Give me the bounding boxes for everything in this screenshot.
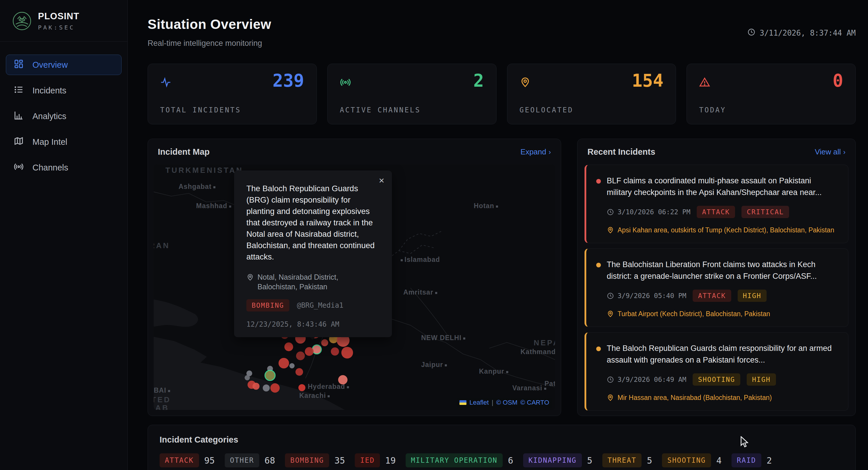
- sidebar-item-analytics[interactable]: Analytics: [6, 106, 122, 126]
- stat-label: GEOLOCATED: [520, 106, 574, 114]
- recent-panel-header: Recent Incidents View all›: [578, 139, 856, 163]
- category-count: 2: [767, 456, 772, 466]
- incident-marker[interactable]: [341, 347, 353, 359]
- categories-row: ATTACK 95 OTHER 68 BOMBING 35 IED 19 MIL…: [148, 445, 856, 467]
- brand: PLOSINT PAK:SEC: [0, 0, 127, 40]
- sidebar-item-map-intel[interactable]: Map Intel: [6, 132, 122, 152]
- sidebar-item-label: Map Intel: [32, 137, 67, 147]
- incident-marker[interactable]: [279, 358, 289, 368]
- incident-title: The Balochistan Liberation Front claims …: [607, 259, 838, 282]
- bar-chart-icon: [14, 110, 24, 122]
- map-pin-icon: [246, 272, 254, 292]
- stat-card-active-channels: 2 ACTIVE CHANNELS: [327, 64, 497, 124]
- sidebar-item-incidents[interactable]: Incidents: [6, 80, 122, 101]
- expand-button[interactable]: Expand›: [521, 147, 551, 157]
- category-count: 5: [647, 456, 652, 466]
- view-all-button[interactable]: View all›: [815, 147, 845, 157]
- leaflet-link[interactable]: Leaflet: [469, 399, 489, 406]
- sidebar-item-overview[interactable]: Overview: [6, 55, 122, 75]
- incident-marker[interactable]: [265, 370, 276, 381]
- category-item: KIDNAPPING 5: [523, 454, 596, 467]
- recent-panel-title: Recent Incidents: [587, 147, 655, 157]
- incident-marker[interactable]: [296, 368, 303, 376]
- category-count: 68: [265, 456, 275, 466]
- brand-name: PLOSINT: [38, 11, 79, 22]
- incident-marker[interactable]: [284, 342, 293, 351]
- header-timestamp: 3/11/2026, 8:37:44 AM: [747, 28, 856, 38]
- incident-marker[interactable]: [338, 375, 347, 384]
- chevron-right-icon: ›: [549, 148, 551, 156]
- incident-title: BLF claims a coordinated multi-phase ass…: [607, 175, 838, 198]
- radio-icon: [14, 162, 24, 174]
- popup-timestamp: 12/23/2025, 8:43:46 AM: [246, 320, 380, 328]
- incident-marker[interactable]: [296, 351, 305, 360]
- stat-label: TOTAL INCIDENTS: [160, 106, 241, 114]
- sidebar-item-channels[interactable]: Channels: [6, 157, 122, 178]
- category-badge: THREAT: [602, 454, 642, 467]
- incident-location: Turbat Airport (Kech District), Balochis…: [607, 310, 838, 318]
- incident-marker[interactable]: [299, 384, 305, 391]
- page-subtitle: Real-time intelligence monitoring: [148, 39, 262, 48]
- map-popup: × The Baloch Republican Guards (BRG) cla…: [234, 170, 392, 337]
- dashboard-grid-icon: [14, 59, 24, 71]
- incident-list: BLF claims a coordinated multi-phase ass…: [585, 165, 848, 416]
- owl-logo-icon: [12, 11, 32, 31]
- category-item: SHOOTING 4: [662, 454, 726, 467]
- category-item: ATTACK 95: [160, 454, 219, 467]
- clock-icon: [607, 208, 614, 216]
- recent-incidents-panel: Recent Incidents View all› BLF claims a …: [577, 139, 856, 416]
- stat-card-today: 0 TODAY: [686, 64, 856, 124]
- incident-marker[interactable]: [331, 347, 339, 356]
- sidebar-item-label: Analytics: [32, 111, 66, 121]
- osm-link[interactable]: © OSM: [496, 399, 517, 406]
- stat-value: 239: [272, 70, 304, 91]
- category-badge: SHOOTING: [662, 454, 711, 467]
- incident-time: 3/9/2026 05:40 PM: [607, 292, 686, 300]
- category-count: 19: [385, 456, 396, 466]
- map-pin-icon: [607, 310, 614, 317]
- carto-link[interactable]: © CARTO: [520, 399, 549, 406]
- category-badge: BOMBING: [285, 454, 329, 467]
- incident-marker[interactable]: [270, 383, 280, 393]
- category-item: BOMBING 35: [285, 454, 349, 467]
- incident-map[interactable]: TURKMENISTANIRANPAKISTANNEPALUNITEDARABA…: [154, 165, 555, 410]
- chevron-right-icon: ›: [843, 148, 845, 156]
- sidebar: PLOSINT PAK:SEC Overview Incidents Analy…: [0, 0, 128, 470]
- incident-map-panel: Incident Map Expand›: [148, 139, 561, 416]
- incident-marker[interactable]: [321, 339, 328, 346]
- category-badge: ATTACK: [160, 454, 199, 467]
- stat-value: 154: [632, 70, 663, 91]
- incident-card[interactable]: The Balochistan Liberation Front claims …: [585, 248, 848, 327]
- incident-marker[interactable]: [289, 363, 294, 368]
- popup-source-handle: @BRG_Media1: [297, 301, 343, 309]
- stat-label: ACTIVE CHANNELS: [340, 106, 421, 114]
- incident-title: The Baloch Republican Guards claim respo…: [607, 342, 838, 366]
- badge-high: HIGH: [738, 290, 767, 302]
- close-icon[interactable]: ×: [379, 176, 384, 185]
- incident-location: Apsi Kahan area, outskirts of Tump (Kech…: [607, 226, 838, 234]
- incident-marker[interactable]: [305, 347, 314, 356]
- severity-dot: [596, 179, 601, 183]
- category-count: 4: [716, 456, 721, 466]
- map-attribution: Leaflet | © OSM © CARTO: [457, 398, 552, 407]
- sidebar-nav: Overview Incidents Analytics Map Intel C…: [0, 55, 127, 178]
- sidebar-divider: [0, 41, 127, 42]
- clock-icon: [747, 28, 755, 38]
- category-item: THREAT 5: [602, 454, 656, 467]
- incident-marker[interactable]: [245, 375, 250, 380]
- incident-marker[interactable]: [263, 384, 270, 392]
- stat-card-total-incidents: 239 TOTAL INCIDENTS: [148, 64, 317, 124]
- incident-location: Mir Hassan area, Nasirabad (Balochistan,…: [607, 394, 838, 402]
- map-pin-icon: [607, 227, 614, 234]
- category-count: 35: [334, 456, 345, 466]
- incident-marker[interactable]: [252, 383, 259, 390]
- incident-time: 3/9/2026 06:49 AM: [607, 376, 686, 383]
- badge-shooting: SHOOTING: [693, 373, 740, 385]
- category-badge: RAID: [732, 454, 761, 467]
- incident-categories-panel: Incident Categories ATTACK 95 OTHER 68 B…: [148, 425, 856, 470]
- category-count: 6: [508, 456, 513, 466]
- clock-icon: [607, 292, 614, 300]
- incident-card[interactable]: BLF claims a coordinated multi-phase ass…: [585, 165, 848, 243]
- category-badge: MILITARY OPERATION: [406, 454, 503, 467]
- incident-card[interactable]: The Baloch Republican Guards claim respo…: [585, 332, 848, 411]
